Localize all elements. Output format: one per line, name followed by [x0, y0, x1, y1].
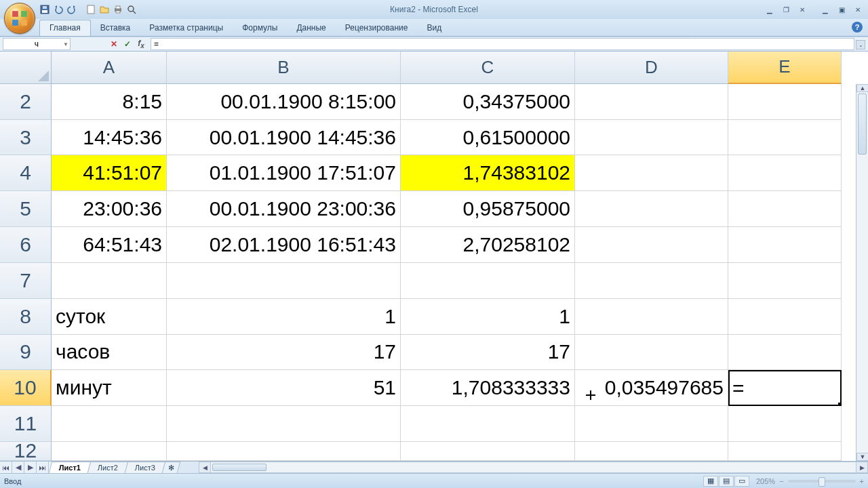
new-icon[interactable]	[85, 4, 96, 15]
cell-D10[interactable]: 0,035497685	[575, 370, 728, 406]
zoom-in-icon[interactable]: +	[860, 477, 864, 485]
cell-A10[interactable]: минут	[52, 370, 167, 406]
zoom-level[interactable]: 205%	[756, 477, 775, 485]
insert-sheet-icon[interactable]: ✻	[162, 462, 181, 473]
row-header-10[interactable]: 10	[0, 370, 52, 406]
cell-A7[interactable]	[52, 263, 167, 299]
cell-C3[interactable]: 0,61500000	[401, 120, 575, 156]
scroll-right-icon[interactable]: ▶	[856, 462, 868, 473]
cell-D4[interactable]	[575, 155, 728, 191]
restore-icon[interactable]: ▣	[834, 5, 849, 14]
row-header-9[interactable]: 9	[0, 335, 52, 371]
minimize-mdi-icon[interactable]: ▁	[762, 5, 777, 14]
zoom-out-icon[interactable]: −	[779, 477, 783, 485]
cell-A3[interactable]: 14:45:36	[52, 120, 167, 156]
cell-D7[interactable]	[575, 263, 728, 299]
save-icon[interactable]	[39, 4, 50, 15]
row-header-8[interactable]: 8	[0, 299, 52, 335]
row-header-6[interactable]: 6	[0, 227, 52, 263]
office-button[interactable]	[4, 3, 35, 34]
cell-E9[interactable]	[728, 335, 842, 371]
cell-D12[interactable]	[575, 442, 728, 461]
column-header-B[interactable]: B	[167, 52, 401, 84]
cell-D11[interactable]	[575, 406, 728, 442]
vertical-scrollbar[interactable]: ▲ ▼	[856, 84, 868, 461]
print-preview-icon[interactable]	[126, 4, 137, 15]
cell-A8[interactable]: суток	[52, 299, 167, 335]
cell-E6[interactable]	[728, 227, 842, 263]
scroll-left-icon[interactable]: ◀	[199, 462, 211, 473]
column-header-C[interactable]: C	[401, 52, 575, 84]
cell-B11[interactable]	[167, 406, 401, 442]
cell-A5[interactable]: 23:00:36	[52, 191, 167, 227]
cell-E11[interactable]	[728, 406, 842, 442]
horizontal-scrollbar[interactable]: ◀ ▶	[199, 462, 868, 473]
cell-C9[interactable]: 17	[401, 335, 575, 371]
cell-A2[interactable]: 8:15	[52, 84, 167, 120]
sheet-tab-лист1[interactable]: Лист1	[49, 462, 92, 473]
sheet-next-icon[interactable]: ▶	[24, 462, 37, 473]
cell-A9[interactable]: часов	[52, 335, 167, 371]
cell-E5[interactable]	[728, 191, 842, 227]
redo-icon[interactable]	[66, 4, 77, 15]
cell-B4[interactable]: 01.01.1900 17:51:07	[167, 155, 401, 191]
ribbon-tab-рецензирование[interactable]: Рецензирование	[336, 20, 418, 36]
hscroll-thumb[interactable]	[212, 464, 267, 471]
cell-C6[interactable]: 2,70258102	[401, 227, 575, 263]
enter-icon[interactable]: ✓	[122, 39, 133, 49]
cell-B7[interactable]	[167, 263, 401, 299]
cell-B6[interactable]: 02.01.1900 16:51:43	[167, 227, 401, 263]
cell-C7[interactable]	[401, 263, 575, 299]
ribbon-tab-вставка[interactable]: Вставка	[91, 20, 140, 36]
page-layout-view-icon[interactable]: ▤	[719, 476, 734, 487]
cancel-icon[interactable]: ✕	[108, 39, 119, 49]
cell-C11[interactable]	[401, 406, 575, 442]
ribbon-tab-формулы[interactable]: Формулы	[233, 20, 287, 36]
cell-D2[interactable]	[575, 84, 728, 120]
cell-E12[interactable]	[728, 442, 842, 461]
formula-expand-icon[interactable]: ⌄	[856, 40, 865, 49]
cell-E7[interactable]	[728, 263, 842, 299]
fx-icon[interactable]: fx	[136, 39, 146, 49]
name-box[interactable]: ч ▼	[3, 38, 71, 50]
row-header-3[interactable]: 3	[0, 120, 52, 156]
cell-E3[interactable]	[728, 120, 842, 156]
normal-view-icon[interactable]: ▦	[703, 476, 718, 487]
page-break-view-icon[interactable]: ▭	[734, 476, 749, 487]
cell-B8[interactable]: 1	[167, 299, 401, 335]
ribbon-tab-данные[interactable]: Данные	[287, 20, 335, 36]
help-icon[interactable]: ?	[852, 22, 863, 33]
cell-C12[interactable]	[401, 442, 575, 461]
column-header-A[interactable]: A	[52, 52, 167, 84]
cell-E10[interactable]: =	[728, 370, 842, 406]
row-header-4[interactable]: 4	[0, 155, 52, 191]
row-header-2[interactable]: 2	[0, 84, 52, 120]
cell-B10[interactable]: 51	[167, 370, 401, 406]
formula-input[interactable]: =	[151, 38, 854, 50]
sheet-tab-лист3[interactable]: Лист3	[125, 462, 166, 473]
scroll-down-icon[interactable]: ▼	[856, 453, 868, 461]
cell-E2[interactable]	[728, 84, 842, 120]
sheet-prev-icon[interactable]: ◀	[12, 462, 24, 473]
cell-C5[interactable]: 0,95875000	[401, 191, 575, 227]
row-header-5[interactable]: 5	[0, 191, 52, 227]
cell-B12[interactable]	[167, 442, 401, 461]
sheet-tab-лист2[interactable]: Лист2	[87, 462, 129, 473]
cell-C10[interactable]: 1,708333333	[401, 370, 575, 406]
cell-B5[interactable]: 00.01.1900 23:00:36	[167, 191, 401, 227]
name-box-dropdown-icon[interactable]: ▼	[63, 41, 68, 47]
close-mdi-icon[interactable]: ✕	[795, 5, 810, 14]
cell-B2[interactable]: 00.01.1900 8:15:00	[167, 84, 401, 120]
cell-E8[interactable]	[728, 299, 842, 335]
vscroll-thumb[interactable]	[858, 94, 867, 155]
cell-A6[interactable]: 64:51:43	[52, 227, 167, 263]
column-header-E[interactable]: E	[728, 52, 842, 84]
cell-A12[interactable]	[52, 442, 167, 461]
row-header-11[interactable]: 11	[0, 406, 52, 442]
row-header-12[interactable]: 12	[0, 442, 52, 461]
cell-D8[interactable]	[575, 299, 728, 335]
ribbon-tab-разметка-страницы[interactable]: Разметка страницы	[140, 20, 233, 36]
restore-mdi-icon[interactable]: ❐	[778, 5, 793, 14]
worksheet-grid[interactable]: ABCDE 28:1500.01.1900 8:15:000,343750003…	[0, 52, 868, 461]
cell-D3[interactable]	[575, 120, 728, 156]
